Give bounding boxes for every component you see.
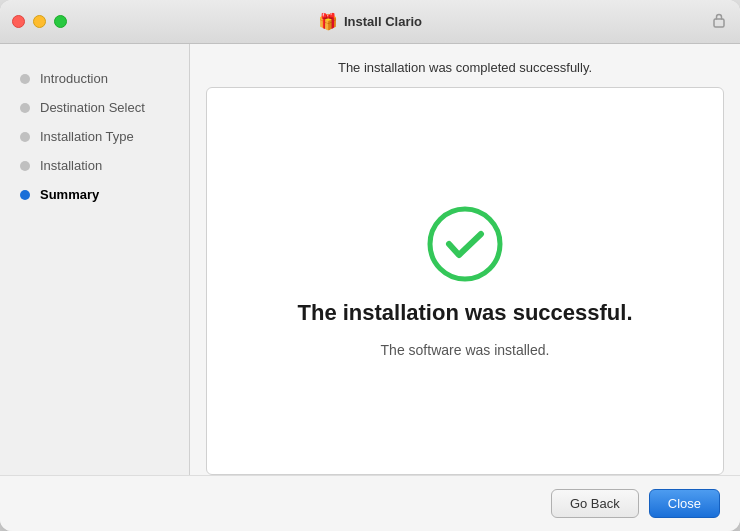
footer: Go Back Close — [0, 475, 740, 531]
sidebar-dot-summary — [20, 190, 30, 200]
main-content: Introduction Destination Select Installa… — [0, 44, 740, 475]
app-icon: 🎁 — [318, 12, 338, 31]
close-button[interactable]: Close — [649, 489, 720, 518]
sidebar-item-introduction: Introduction — [0, 64, 189, 93]
sidebar-item-destination-select: Destination Select — [0, 93, 189, 122]
sidebar-label-introduction: Introduction — [40, 71, 108, 86]
top-message: The installation was completed successfu… — [206, 60, 724, 75]
window-title: Install Clario — [344, 14, 422, 29]
sidebar-dot-installation — [20, 161, 30, 171]
svg-point-1 — [430, 209, 500, 279]
minimize-window-button[interactable] — [33, 15, 46, 28]
content-box: The installation was successful. The sof… — [206, 87, 724, 475]
go-back-button[interactable]: Go Back — [551, 489, 639, 518]
sidebar-item-installation: Installation — [0, 151, 189, 180]
success-checkmark-icon — [425, 204, 505, 284]
sidebar-item-installation-type: Installation Type — [0, 122, 189, 151]
sidebar-dot-installation-type — [20, 132, 30, 142]
titlebar: 🎁 Install Clario — [0, 0, 740, 44]
sidebar: Introduction Destination Select Installa… — [0, 44, 190, 475]
sidebar-label-installation-type: Installation Type — [40, 129, 134, 144]
title-container: 🎁 Install Clario — [318, 12, 422, 31]
svg-rect-0 — [714, 19, 724, 27]
maximize-window-button[interactable] — [54, 15, 67, 28]
success-title: The installation was successful. — [298, 300, 633, 326]
sidebar-dot-destination-select — [20, 103, 30, 113]
content-area: The installation was completed successfu… — [190, 44, 740, 475]
sidebar-dot-introduction — [20, 74, 30, 84]
success-subtitle: The software was installed. — [381, 342, 550, 358]
installer-window: 🎁 Install Clario Introduction Destinatio… — [0, 0, 740, 531]
lock-icon — [712, 12, 726, 31]
sidebar-label-installation: Installation — [40, 158, 102, 173]
close-window-button[interactable] — [12, 15, 25, 28]
sidebar-item-summary: Summary — [0, 180, 189, 209]
window-controls — [12, 15, 67, 28]
sidebar-label-destination-select: Destination Select — [40, 100, 145, 115]
sidebar-label-summary: Summary — [40, 187, 99, 202]
